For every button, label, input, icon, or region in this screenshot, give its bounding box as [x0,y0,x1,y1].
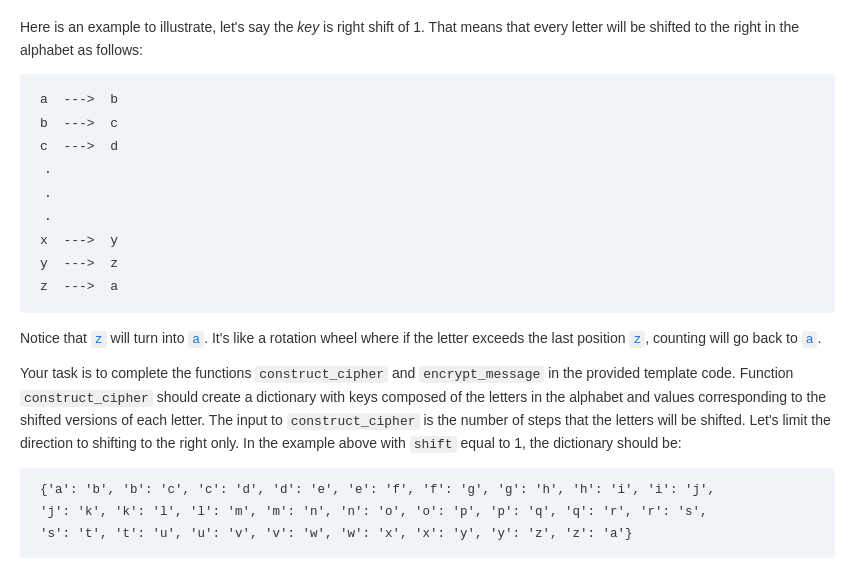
task-text-3: in the provided template code. Function [544,365,793,381]
task-func4: construct_cipher [287,413,420,430]
dict-line-2: 'j': 'k', 'k': 'l', 'l': 'm', 'm': 'n', … [40,502,815,524]
mapping-line-2: b ---> c [40,112,815,135]
mapping-line-1: a ---> b [40,88,815,111]
key-emphasis: key [297,19,319,35]
intro-text-1: Here is an example to illustrate, let's … [20,19,297,35]
dict-line-1: {'a': 'b', 'b': 'c', 'c': 'd', 'd': 'e',… [40,480,815,502]
notice-text-1: Notice that [20,330,91,346]
notice-paragraph: Notice that z will turn into a. It's lik… [20,327,835,350]
task-func1: construct_cipher [255,366,388,383]
task-shift-code: shift [410,436,457,453]
intro-paragraph: Here is an example to illustrate, let's … [20,16,835,62]
task-paragraph: Your task is to complete the functions c… [20,362,835,456]
mapping-dot-2: . [40,182,815,205]
dict-line-3: 's': 't', 't': 'u', 'u': 'v', 'v': 'w', … [40,524,815,546]
task-text-1: Your task is to complete the functions [20,365,255,381]
notice-z-code: z [91,331,107,348]
mapping-line-y: y ---> z [40,252,815,275]
task-text-6: equal to 1, the dictionary should be: [457,435,682,451]
mapping-dot-3: . [40,205,815,228]
mapping-line-z: z ---> a [40,275,815,298]
notice-z2-code: z [629,331,645,348]
notice-text-4: , counting will go back to [645,330,801,346]
task-func3: construct_cipher [20,390,153,407]
mapping-line-3: c ---> d [40,135,815,158]
notice-a-code: a [188,331,204,348]
notice-text-5: . [817,330,821,346]
mapping-code-box: a ---> b b ---> c c ---> d . . . x ---> … [20,74,835,313]
notice-a2-code: a [802,331,818,348]
task-text-2: and [388,365,419,381]
mapping-dot-1: . [40,158,815,181]
dict-example-box: {'a': 'b', 'b': 'c', 'c': 'd', 'd': 'e',… [20,468,835,558]
task-func2: encrypt_message [419,366,544,383]
notice-text-3: . It's like a rotation wheel where if th… [204,330,629,346]
mapping-line-x: x ---> y [40,229,815,252]
notice-text-2: will turn into [107,330,189,346]
